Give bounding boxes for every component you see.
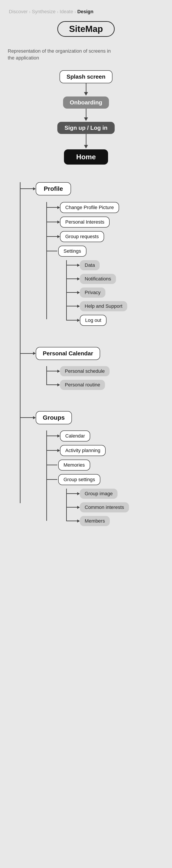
personal-routine-row: Personal routine — [46, 380, 165, 390]
home-node: Home — [64, 149, 108, 164]
members-row: Members — [66, 516, 165, 526]
change-profile-row: Change Profile Picture — [46, 202, 165, 213]
logout-row: Log out — [66, 315, 165, 326]
breadcrumb-sep-3: › — [75, 9, 76, 14]
common-interests-row: Common interests — [66, 502, 165, 513]
sitemap-title: SiteMap — [57, 21, 114, 37]
signup-login-node: Sign up / Log in — [57, 122, 115, 134]
personal-interests-node: Personal Interests — [60, 217, 110, 227]
page-container: Discover › Synthesize › Ideate › Design … — [0, 0, 172, 547]
arrow-2 — [84, 117, 88, 121]
breadcrumb-synthesize: Synthesize — [32, 9, 56, 14]
gap-calendar-groups — [20, 394, 165, 411]
notifications-node: Notifications — [80, 274, 116, 284]
group-image-row: Group image — [66, 489, 165, 499]
settings-v-spine — [66, 260, 67, 320]
v-line-1 — [86, 83, 86, 92]
arrow-profile — [33, 187, 36, 190]
breadcrumb-sep-2: › — [57, 9, 58, 14]
group-settings-children: Group image Common interests — [46, 489, 165, 526]
breadcrumb: Discover › Synthesize › Ideate › Design — [7, 9, 165, 14]
memories-node: Memories — [58, 460, 90, 471]
group-requests-row: Group requests — [46, 231, 165, 242]
personal-calendar-children: Personal schedule Personal routine — [20, 366, 165, 390]
breadcrumb-design: Design — [77, 9, 93, 14]
profile-children: Change Profile Picture Personal Interest… — [20, 202, 165, 326]
common-interests-node: Common interests — [80, 502, 129, 513]
help-support-node: Help and Support — [80, 301, 127, 311]
privacy-row: Privacy — [66, 287, 165, 298]
arrow-3 — [84, 145, 88, 149]
groups-children: Calendar Activity planning Memories — [20, 431, 165, 526]
group-settings-node: Group settings — [58, 474, 101, 485]
personal-calendar-section: Personal Calendar Personal schedule — [20, 347, 165, 390]
gs-v-spine — [66, 489, 67, 521]
breadcrumb-discover: Discover — [9, 9, 28, 14]
groups-node: Groups — [36, 411, 72, 424]
arrow-1 — [84, 92, 88, 96]
settings-section: Settings Data — [46, 246, 165, 326]
memories-section: Memories — [46, 460, 165, 471]
activity-planning-row: Activity planning — [46, 445, 165, 456]
personal-routine-node: Personal routine — [60, 380, 105, 390]
group-image-node: Group image — [80, 489, 117, 499]
change-profile-node: Change Profile Picture — [60, 202, 119, 213]
group-requests-node: Group requests — [60, 231, 104, 242]
gap-profile-calendar — [20, 329, 165, 347]
settings-node: Settings — [58, 246, 86, 257]
personal-schedule-row: Personal schedule — [46, 366, 165, 376]
breadcrumb-sep-1: › — [29, 9, 31, 14]
data-row: Data — [66, 260, 165, 270]
activity-planning-node: Activity planning — [60, 445, 106, 456]
help-support-row: Help and Support — [66, 301, 165, 311]
home-children: Profile Change Profile Picture — [7, 182, 165, 530]
personal-calendar-node: Personal Calendar — [36, 347, 100, 360]
group-settings-section: Group settings Group image — [46, 474, 165, 526]
pc-v-spine — [46, 366, 47, 385]
notifications-row: Notifications — [66, 274, 165, 284]
profile-node: Profile — [36, 182, 71, 195]
members-node: Members — [80, 516, 110, 526]
splash-node: Splash screen — [60, 70, 112, 83]
groups-section: Groups Calendar Ac — [20, 411, 165, 526]
breadcrumb-ideate: Ideate — [60, 9, 73, 14]
calendar-row: Calendar — [46, 431, 165, 441]
sitemap-title-container: SiteMap — [7, 21, 165, 37]
settings-children: Data Notifications — [46, 260, 165, 326]
personal-interests-row: Personal Interests — [46, 217, 165, 227]
main-flow: Splash screen Onboarding Sign up / Log i… — [7, 70, 165, 530]
calendar-node: Calendar — [60, 431, 90, 441]
h-line-profile — [20, 188, 33, 189]
v-line-2 — [86, 108, 86, 117]
logout-node: Log out — [80, 315, 107, 326]
data-node: Data — [80, 260, 100, 270]
v-line-3 — [86, 134, 86, 145]
onboarding-node: Onboarding — [63, 96, 109, 108]
privacy-node: Privacy — [80, 287, 106, 298]
profile-section: Profile Change Profile Picture — [20, 182, 165, 326]
personal-schedule-node: Personal schedule — [60, 366, 110, 376]
description: Representation of the organization of sc… — [7, 48, 165, 61]
